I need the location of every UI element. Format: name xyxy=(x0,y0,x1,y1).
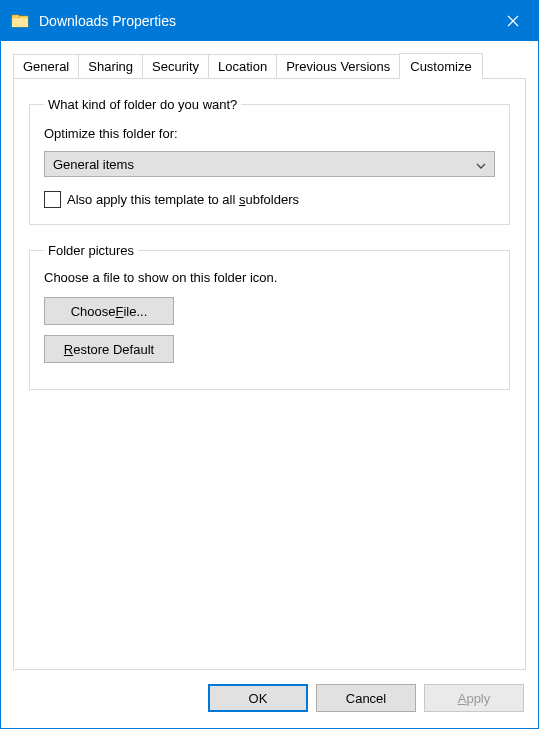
folder-icon xyxy=(11,12,29,30)
tab-location[interactable]: Location xyxy=(208,54,277,78)
apply-subfolders-row: Also apply this template to all subfolde… xyxy=(44,191,495,208)
tab-panel-customize: What kind of folder do you want? Optimiz… xyxy=(13,78,526,670)
optimize-label: Optimize this folder for: xyxy=(44,126,495,141)
folder-kind-group: What kind of folder do you want? Optimiz… xyxy=(29,97,510,225)
folder-pictures-desc: Choose a file to show on this folder ico… xyxy=(44,270,495,285)
apply-subfolders-label[interactable]: Also apply this template to all subfolde… xyxy=(67,192,299,207)
svg-rect-2 xyxy=(12,18,28,27)
folder-pictures-group: Folder pictures Choose a file to show on… xyxy=(29,243,510,390)
close-icon xyxy=(507,15,519,27)
chevron-down-icon xyxy=(476,159,486,169)
close-button[interactable] xyxy=(488,1,538,41)
apply-button: Apply xyxy=(424,684,524,712)
tab-security[interactable]: Security xyxy=(142,54,209,78)
tab-strip: General Sharing Security Location Previo… xyxy=(13,53,526,78)
tab-customize[interactable]: Customize xyxy=(399,53,482,79)
svg-rect-1 xyxy=(12,15,19,18)
restore-default-button[interactable]: Restore Default xyxy=(44,335,174,363)
folder-pictures-legend: Folder pictures xyxy=(44,243,138,258)
ok-button[interactable]: OK xyxy=(208,684,308,712)
tab-general[interactable]: General xyxy=(13,54,79,78)
titlebar: Downloads Properties xyxy=(1,1,538,41)
tab-sharing[interactable]: Sharing xyxy=(78,54,143,78)
window-title: Downloads Properties xyxy=(39,13,488,29)
dialog-footer: OK Cancel Apply xyxy=(1,670,538,728)
apply-subfolders-checkbox[interactable] xyxy=(44,191,61,208)
choose-file-button[interactable]: Choose File... xyxy=(44,297,174,325)
optimize-dropdown[interactable]: General items xyxy=(44,151,495,177)
tab-previous-versions[interactable]: Previous Versions xyxy=(276,54,400,78)
folder-kind-legend: What kind of folder do you want? xyxy=(44,97,241,112)
cancel-button[interactable]: Cancel xyxy=(316,684,416,712)
optimize-dropdown-value: General items xyxy=(53,157,134,172)
dialog-content: General Sharing Security Location Previo… xyxy=(1,41,538,670)
